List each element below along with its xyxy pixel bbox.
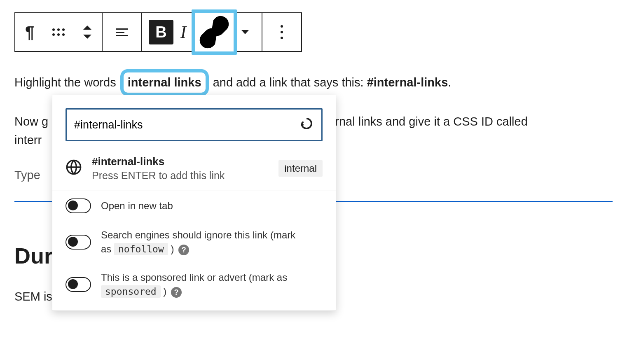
more-vertical-icon xyxy=(281,25,283,39)
chevron-down-icon xyxy=(241,30,249,34)
link-icon xyxy=(195,13,234,51)
italic-button[interactable]: I xyxy=(173,22,193,42)
open-new-tab-toggle[interactable] xyxy=(66,198,91,213)
submit-link-button[interactable] xyxy=(299,116,314,134)
link-popover: #internal-links Press ENTER to add this … xyxy=(52,95,336,311)
suggestion-badge: internal xyxy=(278,160,323,177)
url-input-wrapper xyxy=(66,108,323,141)
block-toolbar: ¶ B I xyxy=(14,12,302,52)
align-button[interactable] xyxy=(103,13,141,51)
more-options-button[interactable] xyxy=(262,13,301,51)
more-rich-text-button[interactable] xyxy=(235,30,255,34)
sponsored-toggle[interactable] xyxy=(66,277,91,292)
nofollow-row: Search engines should ignore this link (… xyxy=(52,221,336,263)
sponsored-row: This is a sponsored link or advert (mark… xyxy=(52,263,336,306)
link-suggestion[interactable]: #internal-links Press ENTER to add this … xyxy=(52,150,336,191)
paragraph-1[interactable]: Highlight the words internal links and a… xyxy=(14,69,613,96)
nofollow-toggle[interactable] xyxy=(66,235,91,250)
url-input[interactable] xyxy=(74,119,299,131)
open-new-tab-row: Open in new tab xyxy=(52,191,336,221)
bold-button[interactable]: B xyxy=(149,20,173,44)
drag-handle-icon[interactable] xyxy=(44,13,73,51)
enter-icon xyxy=(299,116,314,131)
globe-icon xyxy=(66,159,82,178)
highlighted-selection: internal links xyxy=(120,69,209,96)
help-icon[interactable]: ? xyxy=(171,287,182,298)
suggestion-hint: Press ENTER to add this link xyxy=(92,170,225,182)
move-up-down-icon[interactable] xyxy=(73,13,102,51)
suggestion-title: #internal-links xyxy=(92,155,225,168)
paragraph-block-icon[interactable]: ¶ xyxy=(15,13,44,51)
link-button[interactable] xyxy=(192,9,237,55)
help-icon[interactable]: ? xyxy=(178,245,189,255)
